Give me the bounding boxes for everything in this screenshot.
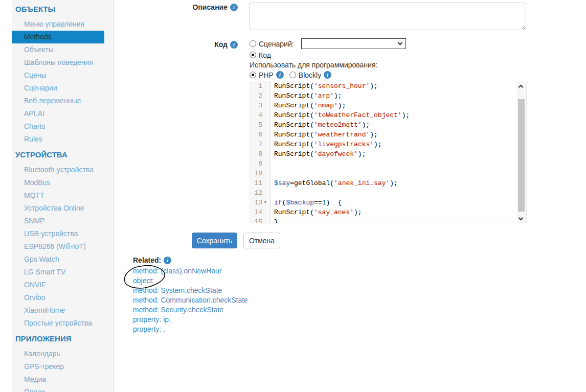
code-text xyxy=(271,159,274,169)
sidebar-item-gps-watch[interactable]: Gps Watch xyxy=(12,253,104,266)
sidebar-item-api-ai[interactable]: API.AI xyxy=(12,107,104,120)
code-line-11[interactable]: 11$say=getGlobal('anek_ini.say'); xyxy=(250,178,526,188)
line-number: 13▾ xyxy=(250,198,271,207)
sidebar-item-methods[interactable]: Methods xyxy=(12,31,104,43)
sidebar-item-esp8266-wifi-iot[interactable]: ESP8266 (Wifi-IoT) xyxy=(12,240,104,253)
code-line-7[interactable]: 7RunScript('livegpstracks'); xyxy=(250,140,526,149)
sidebar-item-шаблоны-поведения[interactable]: Шаблоны поведения xyxy=(12,56,104,69)
sidebar-item-bluetooth-устройства[interactable]: Bluetooth-устройства xyxy=(12,164,104,176)
code-line-1[interactable]: 1RunScript('sensors_hour'); xyxy=(250,81,526,91)
line-number: 6 xyxy=(250,130,271,140)
related-link-method-class-onnewhour[interactable]: method: (class).onNewHour xyxy=(133,266,248,276)
sidebar-item-меню-управления[interactable]: Меню управления xyxy=(12,18,104,31)
fold-placeholder xyxy=(264,149,270,159)
code-text: RunScript('toWeatherFact_object'); xyxy=(271,110,410,120)
fold-placeholder xyxy=(264,110,270,120)
related-title-text: Related: xyxy=(133,256,161,264)
info-icon[interactable]: i xyxy=(230,41,238,49)
sidebar-item-rules[interactable]: Rules xyxy=(12,133,104,146)
scenario-option-row: Сценарий: xyxy=(250,38,406,49)
code-line-14[interactable]: 14RunScript('say_anek'); xyxy=(250,207,526,217)
info-icon[interactable]: i xyxy=(164,257,171,264)
sidebar-item-orvibo[interactable]: Orvibo xyxy=(12,291,104,304)
code-line-3[interactable]: 3RunScript('nmap'); xyxy=(250,101,526,110)
code-line-10[interactable]: 10 xyxy=(250,169,526,178)
sidebar-item-веб-переменные[interactable]: Веб-переменные xyxy=(12,95,104,107)
code-text: RunScript('say_anek'); xyxy=(271,207,362,217)
code-line-9[interactable]: 9 xyxy=(250,159,526,169)
line-number: 15 xyxy=(250,217,271,223)
description-label-text: Описание xyxy=(192,3,228,11)
line-number: 12 xyxy=(250,188,271,198)
sidebar-item-gps-трекер[interactable]: GPS-трекер xyxy=(12,360,104,373)
code-line-4[interactable]: 4RunScript('toWeatherFact_object'); xyxy=(250,110,526,120)
fold-placeholder xyxy=(264,159,270,169)
editor-scrollbar[interactable] xyxy=(517,82,526,223)
sidebar-item-сцены[interactable]: Сцены xyxy=(12,69,104,82)
fold-placeholder xyxy=(264,207,270,217)
code-editor[interactable]: 1RunScript('sensors_hour');2RunScript('a… xyxy=(250,81,527,223)
scenario-radio-label: Сценарий: xyxy=(259,40,294,48)
sidebar-section-устройства: УСТРОЙСТВАBluetooth-устройстваModBusMQTT… xyxy=(12,148,114,330)
scroll-up-icon[interactable] xyxy=(519,85,524,90)
sidebar-item-календарь[interactable]: Календарь xyxy=(12,348,104,360)
php-radio-label: PHP xyxy=(259,71,274,79)
code-text: RunScript('dayofweek'); xyxy=(271,149,366,159)
related-link-object[interactable]: object: xyxy=(133,276,248,286)
sidebar-item-медиа[interactable]: Медиа xyxy=(12,373,104,386)
related-link-method-security-checkstate[interactable]: method: Security.checkState xyxy=(133,305,248,315)
blockly-radio[interactable] xyxy=(289,72,296,78)
sidebar-item-snmp[interactable]: SNMP xyxy=(12,215,104,227)
sidebar-item-плеер[interactable]: Плеер xyxy=(12,386,104,392)
sidebar-item-mqtt[interactable]: MQTT xyxy=(12,189,104,202)
sidebar-item-простые-устройства[interactable]: Простые устройства xyxy=(12,317,104,330)
sidebar-item-onvif[interactable]: ONVIF xyxy=(12,279,104,291)
left-gutter xyxy=(0,0,11,392)
related-link-method-communication-checkstate[interactable]: method: Communication.checkState xyxy=(133,295,248,305)
fold-placeholder xyxy=(264,81,270,91)
scenario-radio[interactable] xyxy=(250,40,256,47)
related-link-method-system-checkstate[interactable]: method: System.checkState xyxy=(133,286,248,295)
code-line-15[interactable]: 15} xyxy=(250,217,526,223)
sidebar-item-устройства-online[interactable]: Устройства Online xyxy=(12,202,104,215)
line-number: 10 xyxy=(250,169,271,178)
line-number: 11 xyxy=(250,178,271,188)
sidebar-section-title: ОБЪЕКТЫ xyxy=(12,3,114,15)
info-icon[interactable]: i xyxy=(276,71,284,79)
code-line-5[interactable]: 5RunScript('meteo2mqtt'); xyxy=(250,120,526,130)
sidebar-item-xiaomihome[interactable]: XiaomiHome xyxy=(12,304,104,317)
sidebar: ОБЪЕКТЫМеню управленияMethodsОбъектыШабл… xyxy=(12,0,114,392)
description-textarea[interactable] xyxy=(250,3,526,30)
code-line-6[interactable]: 6RunScript('weathertrand'); xyxy=(250,130,526,140)
save-button[interactable]: Сохранить xyxy=(192,233,237,248)
sidebar-item-charts[interactable]: Charts xyxy=(12,120,104,133)
sidebar-section-title: ПРИЛОЖЕНИЯ xyxy=(12,332,114,345)
info-icon[interactable]: i xyxy=(230,4,238,11)
code-line-8[interactable]: 8RunScript('dayofweek'); xyxy=(250,149,526,159)
sidebar-item-modbus[interactable]: ModBus xyxy=(12,176,104,189)
sidebar-item-сценарии[interactable]: Сценарии xyxy=(12,82,104,95)
scenario-select[interactable] xyxy=(301,38,406,49)
code-radio[interactable] xyxy=(250,52,256,58)
description-label: Описание i xyxy=(114,3,238,11)
sidebar-item-lg-smart-tv[interactable]: LG Smart TV xyxy=(12,266,104,279)
code-text: RunScript('arp'); xyxy=(271,91,342,101)
info-icon[interactable]: i xyxy=(324,71,331,79)
sidebar-item-usb-устройства[interactable]: USB-устройства xyxy=(12,227,104,240)
related-link-property[interactable]: property: . xyxy=(133,325,248,334)
cancel-button[interactable]: Отмена xyxy=(243,233,280,248)
php-radio[interactable] xyxy=(250,72,256,78)
line-number: 4 xyxy=(250,110,271,120)
code-line-12[interactable]: 12 xyxy=(250,188,526,198)
scrollbar-thumb[interactable] xyxy=(518,99,525,212)
sidebar-item-объекты[interactable]: Объекты xyxy=(12,43,104,56)
related-link-property-ip[interactable]: property: ip. xyxy=(133,315,248,325)
fold-placeholder xyxy=(264,91,270,101)
fold-arrow-icon[interactable]: ▾ xyxy=(264,198,270,207)
code-line-2[interactable]: 2RunScript('arp'); xyxy=(250,91,526,101)
code-line-13[interactable]: 13▾if($backup==1) { xyxy=(250,198,526,207)
scroll-down-icon[interactable] xyxy=(519,216,524,221)
related-title: Related: i xyxy=(133,256,171,264)
code-text xyxy=(271,188,274,198)
code-label: Код i xyxy=(114,40,238,49)
